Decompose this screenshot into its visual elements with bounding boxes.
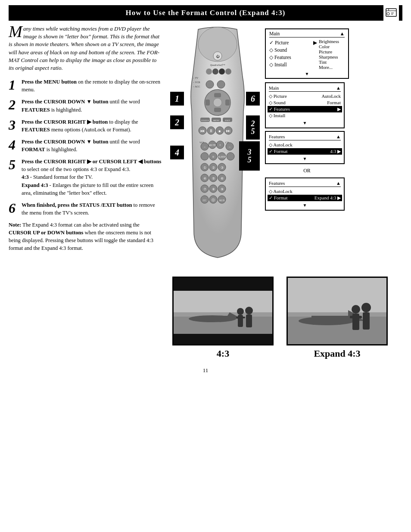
svg-text:⏻: ⏻ <box>216 55 220 59</box>
svg-text:+: + <box>219 143 221 147</box>
step-3-bold: Press the CURSOR RIGHT ▶ button <box>22 119 108 125</box>
svg-point-3 <box>387 12 389 15</box>
feat1-format: ✓ Format4:3 ▶ <box>268 148 342 155</box>
svg-text:⏭: ⏭ <box>226 128 230 133</box>
svg-text:⑧: ⑧ <box>212 187 215 191</box>
badge-2a: 2 <box>170 115 184 129</box>
step-3-number: 3 <box>9 118 18 132</box>
menu1-arrow-down: ▼ <box>269 70 345 76</box>
menu2-picture: ◇ PictureAutoLock <box>269 93 341 100</box>
menu2-title-row: Main ▲ <box>269 85 341 92</box>
svg-text:– VCR: – VCR <box>193 81 200 84</box>
svg-rect-98 <box>358 316 362 318</box>
svg-point-11 <box>225 68 231 75</box>
svg-rect-85 <box>236 317 240 318</box>
svg-text:④: ④ <box>203 177 206 180</box>
label-43: 4:3 <box>217 348 229 359</box>
letterbox-bottom <box>174 334 272 345</box>
svg-text:AUX: AUX <box>219 199 225 202</box>
screen-43 <box>172 277 274 345</box>
step-1-text: Press the MENU button on the remote to d… <box>22 78 162 93</box>
feat2-arrow-up: ▲ <box>336 180 341 186</box>
bottom-section: 4:3 Expan <box>0 272 411 359</box>
svg-text:STATUS: STATUS <box>201 119 209 121</box>
intro-paragraph: Many times while watching movies from a … <box>9 25 162 72</box>
svg-point-10 <box>219 68 225 75</box>
svg-point-52 <box>227 152 234 160</box>
svg-text:MUTE: MUTE <box>209 144 216 146</box>
step-5-number: 5 <box>9 158 18 171</box>
step-5-bold: Press the CURSOR RIGHT ▶ or CURSOR LEFT … <box>22 159 161 165</box>
label-expand: Expand 4:3 <box>314 348 360 359</box>
svg-rect-86 <box>242 317 245 318</box>
people-svg-expand <box>288 278 386 344</box>
header-icon <box>383 5 399 21</box>
feat1-arrow-down: ▼ <box>269 156 341 161</box>
menu1-arrow-up: ▲ <box>340 31 345 36</box>
menu1-body: ✓ Picture▶ ◇ Sound ◇ Features ◇ Install … <box>269 39 345 70</box>
svg-text:⏸: ⏸ <box>209 128 213 133</box>
svg-text:QuadraSurf™: QuadraSurf™ <box>210 64 225 66</box>
menu1-features: ◇ Features <box>269 53 317 61</box>
svg-text:EXIT: EXIT <box>225 119 230 121</box>
menu2-arrow-up: ▲ <box>336 85 341 90</box>
remote-section: 1 2 4 6 35 25 <box>166 25 261 268</box>
menu1-right: Brightness Color Picture Sharpness Tint … <box>319 39 345 70</box>
feat2-title-row: Features ▲ <box>269 180 341 187</box>
step-2-bold: Press the CURSOR DOWN ▼ button <box>22 99 108 105</box>
svg-rect-78 <box>174 291 272 312</box>
svg-text:③: ③ <box>221 166 224 170</box>
feat1-title-row: Features ▲ <box>269 134 341 140</box>
feat1-title: Features <box>269 134 285 139</box>
right-upper-section: 1 2 4 6 35 25 <box>166 25 402 268</box>
svg-point-22 <box>213 98 222 107</box>
svg-rect-19 <box>214 108 221 112</box>
header-title: How to Use the Format Control (Expand 4:… <box>126 9 286 17</box>
features-menu-2: Features ▲ ◇ AutoLock ✓ FormatExpand 4:3… <box>265 177 345 211</box>
svg-point-95 <box>352 305 360 314</box>
step-5-text: Press the CURSOR RIGHT ▶ or CURSOR LEFT … <box>22 158 162 197</box>
svg-rect-21 <box>225 100 230 106</box>
svg-point-9 <box>212 68 218 75</box>
menu1-left: ✓ Picture▶ ◇ Sound ◇ Features ◇ Install <box>269 39 317 70</box>
svg-rect-20 <box>206 100 210 106</box>
note-label: Note: <box>9 222 21 228</box>
step-4-text: Press the CURSOR DOWN ▼ button until the… <box>22 138 162 153</box>
people-svg-43 <box>174 291 272 334</box>
svg-text:②: ② <box>212 166 215 170</box>
step-4-number: 4 <box>9 138 18 152</box>
letterbox-top <box>174 278 272 291</box>
step-6-bold: When finished, press the STATUS /EXIT bu… <box>22 202 132 208</box>
feat2-format: ✓ FormatExpand 4:3 ▶ <box>268 195 342 201</box>
feat1-arrow-up: ▲ <box>336 134 341 139</box>
menu2-features: ✓ Features▶ <box>268 106 342 112</box>
menu1-picture: ✓ Picture▶ <box>269 39 317 46</box>
letterbox-mid <box>174 291 272 334</box>
svg-text:⓪: ⓪ <box>212 198 215 202</box>
menu2-title: Main <box>269 85 279 90</box>
svg-rect-90 <box>288 278 386 312</box>
step-2: 2 Press the CURSOR DOWN ▼ button until t… <box>9 98 162 113</box>
menus-stack: Main ▲ ✓ Picture▶ ◇ Sound ◇ Features ◇ I… <box>265 28 349 268</box>
svg-text:⑤: ⑤ <box>212 177 215 180</box>
or-divider: OR <box>265 167 349 175</box>
step-3-text: Press the CURSOR RIGHT ▶ button to displ… <box>22 118 162 134</box>
menu1-sharpness: Sharpness <box>319 54 345 59</box>
step-5: 5 Press the CURSOR RIGHT ▶ or CURSOR LEF… <box>9 158 162 197</box>
svg-text:⑥: ⑥ <box>221 177 224 180</box>
main-menu-1: Main ▲ ✓ Picture▶ ◇ Sound ◇ Features ◇ I… <box>265 28 349 79</box>
features-menu-1: Features ▲ ◇ AutoLock ✓ Format4:3 ▶ ▼ <box>265 131 345 164</box>
menu2-sound: ◇ SoundFormat <box>269 100 341 106</box>
svg-text:⑨: ⑨ <box>221 187 224 191</box>
image-43: 4:3 <box>172 277 274 359</box>
menu1-install: ◇ Install <box>269 61 317 68</box>
step-4: 4 Press the CURSOR DOWN ▼ button until t… <box>9 138 162 153</box>
step-4-bold: Press the CURSOR DOWN ▼ button <box>22 139 108 145</box>
svg-point-87 <box>245 307 253 314</box>
svg-point-8 <box>206 68 212 75</box>
svg-rect-88 <box>246 314 252 327</box>
svg-text:⑦: ⑦ <box>203 187 206 191</box>
svg-point-15 <box>206 81 214 88</box>
svg-rect-97 <box>350 316 354 318</box>
feat2-arrow-down: ▼ <box>269 203 341 208</box>
